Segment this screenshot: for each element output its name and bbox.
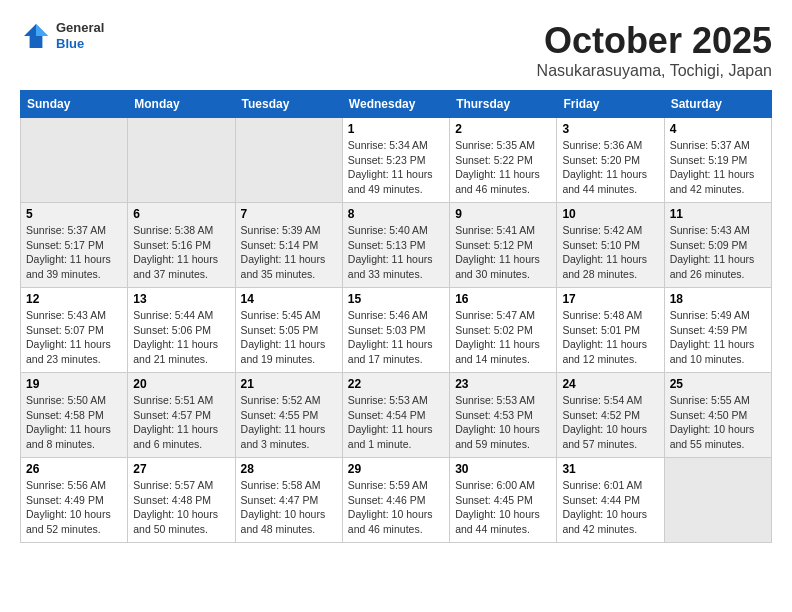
day-info: Sunrise: 5:41 AM Sunset: 5:12 PM Dayligh…	[455, 223, 551, 282]
day-info: Sunrise: 5:44 AM Sunset: 5:06 PM Dayligh…	[133, 308, 229, 367]
day-number: 4	[670, 122, 766, 136]
calendar-cell	[128, 118, 235, 203]
day-info: Sunrise: 5:38 AM Sunset: 5:16 PM Dayligh…	[133, 223, 229, 282]
day-info: Sunrise: 5:52 AM Sunset: 4:55 PM Dayligh…	[241, 393, 337, 452]
calendar-cell: 19Sunrise: 5:50 AM Sunset: 4:58 PM Dayli…	[21, 373, 128, 458]
day-number: 2	[455, 122, 551, 136]
week-row-4: 26Sunrise: 5:56 AM Sunset: 4:49 PM Dayli…	[21, 458, 772, 543]
day-number: 26	[26, 462, 122, 476]
day-number: 24	[562, 377, 658, 391]
weekday-header-friday: Friday	[557, 91, 664, 118]
calendar-cell: 17Sunrise: 5:48 AM Sunset: 5:01 PM Dayli…	[557, 288, 664, 373]
day-info: Sunrise: 5:48 AM Sunset: 5:01 PM Dayligh…	[562, 308, 658, 367]
day-info: Sunrise: 5:45 AM Sunset: 5:05 PM Dayligh…	[241, 308, 337, 367]
day-number: 28	[241, 462, 337, 476]
calendar-cell: 24Sunrise: 5:54 AM Sunset: 4:52 PM Dayli…	[557, 373, 664, 458]
logo-icon	[20, 20, 52, 52]
calendar-cell: 22Sunrise: 5:53 AM Sunset: 4:54 PM Dayli…	[342, 373, 449, 458]
calendar-cell: 16Sunrise: 5:47 AM Sunset: 5:02 PM Dayli…	[450, 288, 557, 373]
day-info: Sunrise: 5:42 AM Sunset: 5:10 PM Dayligh…	[562, 223, 658, 282]
day-number: 19	[26, 377, 122, 391]
logo: General Blue	[20, 20, 104, 52]
page-header: General Blue October 2025 Nasukarasuyama…	[20, 20, 772, 80]
calendar-cell: 27Sunrise: 5:57 AM Sunset: 4:48 PM Dayli…	[128, 458, 235, 543]
calendar-cell: 31Sunrise: 6:01 AM Sunset: 4:44 PM Dayli…	[557, 458, 664, 543]
day-number: 5	[26, 207, 122, 221]
calendar-cell: 7Sunrise: 5:39 AM Sunset: 5:14 PM Daylig…	[235, 203, 342, 288]
weekday-header-sunday: Sunday	[21, 91, 128, 118]
calendar-cell: 25Sunrise: 5:55 AM Sunset: 4:50 PM Dayli…	[664, 373, 771, 458]
day-info: Sunrise: 5:53 AM Sunset: 4:54 PM Dayligh…	[348, 393, 444, 452]
logo-text: General Blue	[56, 20, 104, 51]
weekday-row: SundayMondayTuesdayWednesdayThursdayFrid…	[21, 91, 772, 118]
day-info: Sunrise: 6:01 AM Sunset: 4:44 PM Dayligh…	[562, 478, 658, 537]
day-number: 12	[26, 292, 122, 306]
calendar-header: SundayMondayTuesdayWednesdayThursdayFrid…	[21, 91, 772, 118]
day-number: 17	[562, 292, 658, 306]
day-info: Sunrise: 5:43 AM Sunset: 5:09 PM Dayligh…	[670, 223, 766, 282]
day-number: 3	[562, 122, 658, 136]
location-title: Nasukarasuyama, Tochigi, Japan	[537, 62, 772, 80]
calendar-cell: 5Sunrise: 5:37 AM Sunset: 5:17 PM Daylig…	[21, 203, 128, 288]
weekday-header-thursday: Thursday	[450, 91, 557, 118]
day-number: 8	[348, 207, 444, 221]
week-row-0: 1Sunrise: 5:34 AM Sunset: 5:23 PM Daylig…	[21, 118, 772, 203]
calendar-cell: 13Sunrise: 5:44 AM Sunset: 5:06 PM Dayli…	[128, 288, 235, 373]
day-number: 10	[562, 207, 658, 221]
calendar-cell: 23Sunrise: 5:53 AM Sunset: 4:53 PM Dayli…	[450, 373, 557, 458]
day-number: 25	[670, 377, 766, 391]
week-row-3: 19Sunrise: 5:50 AM Sunset: 4:58 PM Dayli…	[21, 373, 772, 458]
day-info: Sunrise: 5:46 AM Sunset: 5:03 PM Dayligh…	[348, 308, 444, 367]
day-info: Sunrise: 6:00 AM Sunset: 4:45 PM Dayligh…	[455, 478, 551, 537]
day-info: Sunrise: 5:53 AM Sunset: 4:53 PM Dayligh…	[455, 393, 551, 452]
day-number: 6	[133, 207, 229, 221]
week-row-1: 5Sunrise: 5:37 AM Sunset: 5:17 PM Daylig…	[21, 203, 772, 288]
day-info: Sunrise: 5:47 AM Sunset: 5:02 PM Dayligh…	[455, 308, 551, 367]
day-number: 20	[133, 377, 229, 391]
calendar-cell: 20Sunrise: 5:51 AM Sunset: 4:57 PM Dayli…	[128, 373, 235, 458]
day-number: 7	[241, 207, 337, 221]
day-info: Sunrise: 5:59 AM Sunset: 4:46 PM Dayligh…	[348, 478, 444, 537]
calendar-cell: 14Sunrise: 5:45 AM Sunset: 5:05 PM Dayli…	[235, 288, 342, 373]
day-number: 27	[133, 462, 229, 476]
week-row-2: 12Sunrise: 5:43 AM Sunset: 5:07 PM Dayli…	[21, 288, 772, 373]
day-number: 29	[348, 462, 444, 476]
svg-marker-1	[36, 24, 48, 36]
calendar-cell: 29Sunrise: 5:59 AM Sunset: 4:46 PM Dayli…	[342, 458, 449, 543]
calendar-cell: 28Sunrise: 5:58 AM Sunset: 4:47 PM Dayli…	[235, 458, 342, 543]
calendar-cell: 2Sunrise: 5:35 AM Sunset: 5:22 PM Daylig…	[450, 118, 557, 203]
logo-blue: Blue	[56, 36, 104, 52]
day-number: 23	[455, 377, 551, 391]
day-number: 16	[455, 292, 551, 306]
day-info: Sunrise: 5:50 AM Sunset: 4:58 PM Dayligh…	[26, 393, 122, 452]
day-number: 1	[348, 122, 444, 136]
day-info: Sunrise: 5:55 AM Sunset: 4:50 PM Dayligh…	[670, 393, 766, 452]
day-info: Sunrise: 5:49 AM Sunset: 4:59 PM Dayligh…	[670, 308, 766, 367]
calendar-table: SundayMondayTuesdayWednesdayThursdayFrid…	[20, 90, 772, 543]
calendar-body: 1Sunrise: 5:34 AM Sunset: 5:23 PM Daylig…	[21, 118, 772, 543]
calendar-cell: 10Sunrise: 5:42 AM Sunset: 5:10 PM Dayli…	[557, 203, 664, 288]
weekday-header-tuesday: Tuesday	[235, 91, 342, 118]
calendar-cell	[21, 118, 128, 203]
calendar-cell: 26Sunrise: 5:56 AM Sunset: 4:49 PM Dayli…	[21, 458, 128, 543]
day-info: Sunrise: 5:40 AM Sunset: 5:13 PM Dayligh…	[348, 223, 444, 282]
day-info: Sunrise: 5:51 AM Sunset: 4:57 PM Dayligh…	[133, 393, 229, 452]
calendar-cell: 12Sunrise: 5:43 AM Sunset: 5:07 PM Dayli…	[21, 288, 128, 373]
calendar-cell: 21Sunrise: 5:52 AM Sunset: 4:55 PM Dayli…	[235, 373, 342, 458]
day-info: Sunrise: 5:54 AM Sunset: 4:52 PM Dayligh…	[562, 393, 658, 452]
weekday-header-monday: Monday	[128, 91, 235, 118]
day-number: 18	[670, 292, 766, 306]
calendar-cell: 4Sunrise: 5:37 AM Sunset: 5:19 PM Daylig…	[664, 118, 771, 203]
day-number: 31	[562, 462, 658, 476]
title-section: October 2025 Nasukarasuyama, Tochigi, Ja…	[537, 20, 772, 80]
day-number: 13	[133, 292, 229, 306]
logo-general: General	[56, 20, 104, 36]
day-number: 14	[241, 292, 337, 306]
day-info: Sunrise: 5:58 AM Sunset: 4:47 PM Dayligh…	[241, 478, 337, 537]
day-info: Sunrise: 5:37 AM Sunset: 5:19 PM Dayligh…	[670, 138, 766, 197]
calendar-cell	[664, 458, 771, 543]
day-number: 11	[670, 207, 766, 221]
calendar-cell: 30Sunrise: 6:00 AM Sunset: 4:45 PM Dayli…	[450, 458, 557, 543]
calendar-cell	[235, 118, 342, 203]
weekday-header-wednesday: Wednesday	[342, 91, 449, 118]
